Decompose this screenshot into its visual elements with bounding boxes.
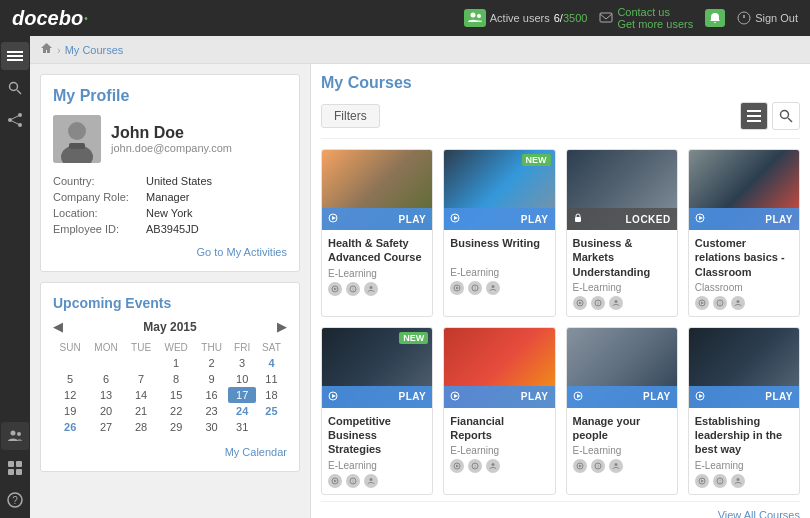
calendar-day[interactable]: 1 [157, 355, 194, 371]
calendar-day[interactable]: 26 [53, 419, 87, 435]
calendar-next-button[interactable]: ▶ [277, 319, 287, 334]
svg-rect-17 [16, 461, 22, 467]
course-user-icon [609, 459, 623, 473]
course-thumbnail: NEW PLAY [444, 150, 554, 230]
calendar-prev-button[interactable]: ◀ [53, 319, 63, 334]
top-navigation: docebo• Active users 6/3500 Contact us G… [0, 0, 810, 36]
get-more-users-link[interactable]: Get more users [617, 18, 693, 30]
profile-field-country: Country: United States [53, 175, 287, 187]
course-info: Customer relations basics - Classroom Cl… [689, 230, 799, 316]
course-card[interactable]: NEW PLAY Competitive Business Strategies… [321, 327, 433, 495]
sidebar-menu-icon[interactable] [1, 42, 29, 70]
course-card[interactable]: PLAY Establishing leadership in the best… [688, 327, 800, 495]
calendar-grid: SUN MON TUE WED THU FRI SAT 123456789101… [53, 340, 287, 439]
svg-marker-41 [456, 287, 459, 290]
calendar-day[interactable]: 9 [195, 371, 229, 387]
sidebar-help-icon[interactable]: ? [1, 486, 29, 514]
profile-field-role: Company Role: Manager [53, 191, 287, 203]
calendar-day[interactable]: 6 [87, 371, 124, 387]
calendar-day[interactable]: 5 [53, 371, 87, 387]
course-info: Business & Markets Understanding E-Learn… [567, 230, 677, 316]
calendar-day[interactable]: 11 [256, 371, 287, 387]
course-play-overlay[interactable]: PLAY [322, 208, 432, 230]
calendar-day[interactable]: 14 [125, 387, 158, 403]
calendar-day[interactable]: 7 [125, 371, 158, 387]
course-thumbnail: NEW PLAY [322, 328, 432, 408]
calendar-day[interactable]: 13 [87, 387, 124, 403]
calendar-day[interactable]: 29 [157, 419, 194, 435]
course-thumbnail: PLAY [322, 150, 432, 230]
calendar-day[interactable]: 20 [87, 403, 124, 419]
calendar-day[interactable]: 12 [53, 387, 87, 403]
svg-point-85 [736, 478, 739, 481]
main-content: My Profile John Doe john.doe@company.com [30, 64, 810, 518]
calendar-day[interactable]: 18 [256, 387, 287, 403]
calendar-day[interactable]: 22 [157, 403, 194, 419]
notifications-bell[interactable] [705, 9, 725, 27]
course-card[interactable]: PLAY Fianancial Reports E-Learning i [443, 327, 555, 495]
sidebar-grid-icon[interactable] [1, 454, 29, 482]
course-play-overlay[interactable]: PLAY [322, 386, 432, 408]
course-card[interactable]: LOCKED Business & Markets Understanding … [566, 149, 678, 317]
course-play-overlay[interactable]: PLAY [567, 386, 677, 408]
search-courses-button[interactable] [772, 102, 800, 130]
calendar-day[interactable]: 2 [195, 355, 229, 371]
course-name: Manage your people [573, 414, 671, 443]
contact-us-link[interactable]: Contact us [617, 6, 670, 18]
svg-rect-18 [8, 469, 14, 475]
svg-marker-54 [701, 301, 704, 304]
calendar-day[interactable]: 10 [228, 371, 255, 387]
course-type: Classroom [695, 282, 793, 293]
calendar-day[interactable]: 27 [87, 419, 124, 435]
calendar-day[interactable]: 30 [195, 419, 229, 435]
calendar-day[interactable]: 4 [256, 355, 287, 371]
course-card[interactable]: NEW PLAY Business Writing E-Learning i [443, 149, 555, 317]
course-play-overlay[interactable]: LOCKED [567, 208, 677, 230]
sidebar-share-icon[interactable] [1, 106, 29, 134]
course-action-label: PLAY [521, 214, 549, 225]
calendar-day[interactable]: 24 [228, 403, 255, 419]
calendar-day[interactable]: 23 [195, 403, 229, 419]
sign-out-button[interactable]: Sign Out [737, 11, 798, 25]
sidebar-search-icon[interactable] [1, 74, 29, 102]
calendar-day[interactable]: 16 [195, 387, 229, 403]
calendar-day[interactable]: 28 [125, 419, 158, 435]
sidebar-people-icon[interactable] [1, 422, 29, 450]
course-type-icon [450, 459, 464, 473]
calendar-day[interactable]: 19 [53, 403, 87, 419]
view-all-courses-link[interactable]: View All Courses [718, 509, 800, 518]
list-view-button[interactable] [740, 102, 768, 130]
course-play-overlay[interactable]: PLAY [689, 208, 799, 230]
home-icon[interactable] [40, 42, 53, 57]
profile-card: My Profile John Doe john.doe@company.com [40, 74, 300, 272]
svg-marker-73 [577, 394, 581, 398]
calendar-day[interactable]: 31 [228, 419, 255, 435]
calendar-day [87, 435, 124, 439]
calendar-day[interactable]: 25 [256, 403, 287, 419]
svg-rect-5 [7, 55, 23, 57]
course-card[interactable]: PLAY Manage your people E-Learning i [566, 327, 678, 495]
go-to-activities-link[interactable]: Go to My Activities [197, 246, 287, 258]
filters-button[interactable]: Filters [321, 104, 380, 128]
course-type: E-Learning [328, 268, 426, 279]
my-calendar-link[interactable]: My Calendar [225, 446, 287, 458]
course-play-overlay[interactable]: PLAY [689, 386, 799, 408]
course-play-overlay[interactable]: PLAY [444, 386, 554, 408]
course-user-icon [486, 281, 500, 295]
calendar-day[interactable]: 21 [125, 403, 158, 419]
course-card[interactable]: PLAY Customer relations basics - Classro… [688, 149, 800, 317]
avatar [53, 115, 101, 163]
calendar-day[interactable]: 8 [157, 371, 194, 387]
svg-marker-34 [334, 287, 337, 290]
calendar-day[interactable]: 15 [157, 387, 194, 403]
course-icons: i [328, 474, 426, 488]
course-card[interactable]: PLAY Health & Safety Advanced Course E-L… [321, 149, 433, 317]
calendar-day[interactable]: 3 [228, 355, 255, 371]
active-users-label: Active users [490, 12, 550, 24]
calendar-day[interactable]: 17 [228, 387, 255, 403]
profile-email: john.doe@company.com [111, 142, 232, 154]
course-play-icon [450, 390, 460, 404]
calendar-day [87, 355, 124, 371]
course-action-label: PLAY [765, 214, 793, 225]
course-play-overlay[interactable]: PLAY [444, 208, 554, 230]
